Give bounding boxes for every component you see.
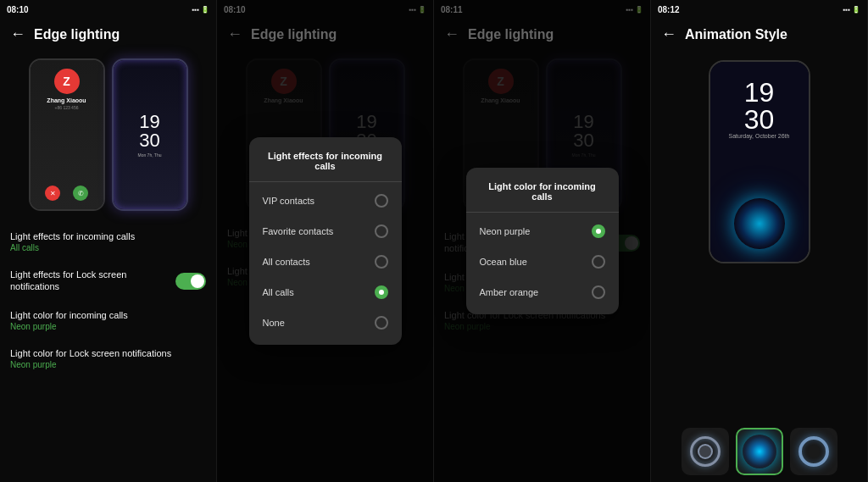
setting-value-color-lock: Neon purple [10,360,206,369]
modal-option-fav[interactable]: Favorite contacts [249,216,402,247]
modal-box-color: Light color for incoming calls Neon purp… [466,168,619,314]
accept-btn[interactable]: ✆ [73,186,88,201]
settings-list-1: Light effects for incoming calls All cal… [0,219,216,482]
anim-time: 1930 [729,79,790,133]
modal-color: Light color for incoming calls Neon purp… [434,0,650,482]
decline-btn[interactable]: ✕ [45,186,60,201]
label-text: Light effects for Lock screen [10,269,126,280]
setting-label: Light effects for incoming calls [10,231,206,241]
thumb-ring[interactable] [682,428,729,475]
thumb-row [651,421,867,482]
modal-divider [249,181,402,182]
modal-option-ocean[interactable]: Ocean blue [466,247,619,277]
page-header-4: ← Animation Style [651,19,867,50]
setting-label-lock: Light effects for Lock screen notificati… [10,269,126,293]
radio-all [375,285,388,299]
option-label-amber: Amber orange [480,287,539,297]
back-button-1[interactable]: ← [10,25,25,43]
radio-allc [375,255,388,269]
call-actions: ✕ ✆ [45,186,88,201]
page-title-4: Animation Style [685,27,787,42]
option-label-ocean: Ocean blue [480,257,527,267]
radio-fav [375,224,388,238]
modal-option-amber[interactable]: Amber orange [466,277,619,307]
setting-color-lock[interactable]: Light color for Lock screen notification… [0,340,216,378]
setting-label-color-lock: Light color for Lock screen notification… [10,348,206,358]
phone-mockup-call: Z Zhang Xiaoou +86 123 456 ✕ ✆ [29,58,105,211]
battery-icon-1: 🔋 [201,6,209,14]
setting-incoming-calls[interactable]: Light effects for incoming calls All cal… [0,223,216,261]
modal-option-all-contacts[interactable]: All contacts [249,247,402,277]
label-text2: notifications [10,281,126,291]
caller-name: Zhang Xiaoou [47,97,86,103]
avatar: Z [54,69,80,94]
toggle-lock[interactable] [175,273,206,290]
option-label-neon: Neon purple [480,226,531,236]
signal-icon-1: ▪▪▪ [192,6,199,14]
anim-phone: 1930 Saturday, October 26th [709,60,810,263]
modal-option-neon[interactable]: Neon purple [466,216,619,247]
status-bar-1: 08:10 ▪▪▪ 🔋 [0,0,216,19]
anim-screen: 1930 Saturday, October 26th [710,62,809,262]
lock-screen: 1930 Mon 7h, Thu [114,60,186,209]
anim-glow [734,198,785,249]
panel-edge-lighting-2: 08:10 ▪▪▪ 🔋 ← Edge lighting Z Zhang Xiao… [217,0,434,482]
radio-amber [592,285,605,299]
setting-lock-notifications[interactable]: Light effects for Lock screen notificati… [0,261,216,302]
lock-date: Mon 7h, Thu [138,152,162,158]
anim-date: Saturday, October 26th [729,133,790,139]
status-time-1: 08:10 [7,5,29,14]
caller-sub: +86 123 456 [55,105,79,110]
modal-calls: Light effects for incoming calls VIP con… [217,0,433,482]
modal-title-color: Light color for incoming calls [466,181,619,212]
status-icons-1: ▪▪▪ 🔋 [192,6,209,14]
modal-option-vip[interactable]: VIP contacts [249,186,402,216]
anim-effect [730,194,789,253]
modal-option-none[interactable]: None [249,307,402,338]
glow-ring-inner [698,444,713,459]
setting-value-color: Neon purple [10,322,206,331]
option-label-vip: VIP contacts [263,196,315,206]
panel-edge-lighting-1: 08:10 ▪▪▪ 🔋 ← Edge lighting Z Zhang Xiao… [0,0,217,482]
modal-option-all-calls[interactable]: All calls [249,277,402,307]
anim-phone-area: 1930 Saturday, October 26th [651,50,867,421]
back-button-4[interactable]: ← [661,25,676,43]
battery-icon-4: 🔋 [852,6,860,14]
radio-none [375,316,388,330]
panel-animation-style: 08:12 ▪▪▪ 🔋 ← Animation Style 1930 Satur… [651,0,868,482]
outer-ring-icon [798,436,829,467]
setting-label-color: Light color for incoming calls [10,310,206,320]
status-bar-4: 08:12 ▪▪▪ 🔋 [651,0,867,19]
option-label-all: All calls [263,287,294,297]
setting-row: Light effects for Lock screen notificati… [10,269,206,293]
modal-title-calls: Light effects for incoming calls [249,151,402,181]
burst-icon [743,435,776,468]
phones-area-1: Z Zhang Xiaoou +86 123 456 ✕ ✆ 1930 Mon … [0,50,216,219]
page-title-1: Edge lighting [34,27,120,42]
lock-time: 1930 [139,113,159,150]
status-icons-4: ▪▪▪ 🔋 [843,6,860,14]
thumb-outer-ring[interactable] [790,428,837,475]
status-time-4: 08:12 [658,5,680,14]
thumb-burst[interactable] [736,428,783,475]
signal-icon-4: ▪▪▪ [843,6,850,14]
option-label-allc: All contacts [263,257,310,267]
radio-dot-neon [596,229,601,234]
radio-ocean [592,255,605,269]
radio-vip [375,194,388,208]
radio-dot [379,290,384,295]
setting-color-calls[interactable]: Light color for incoming calls Neon purp… [0,302,216,340]
modal-box-calls: Light effects for incoming calls VIP con… [249,137,402,345]
option-label-none: None [263,318,285,328]
modal-divider-color [466,212,619,213]
setting-value: All calls [10,243,206,252]
call-screen: Z Zhang Xiaoou +86 123 456 ✕ ✆ [31,60,103,209]
page-header-1: ← Edge lighting [0,19,216,50]
toggle-knob [191,274,204,288]
phone-mockup-lock: 1930 Mon 7h, Thu [112,58,188,211]
option-label-fav: Favorite contacts [263,226,334,236]
glow-ring-icon [690,436,721,467]
panel-edge-lighting-3: 08:11 ▪▪▪ 🔋 ← Edge lighting Z Zhang Xiao… [434,0,651,482]
anim-top-content: 1930 Saturday, October 26th [729,79,790,139]
radio-neon [592,224,605,238]
